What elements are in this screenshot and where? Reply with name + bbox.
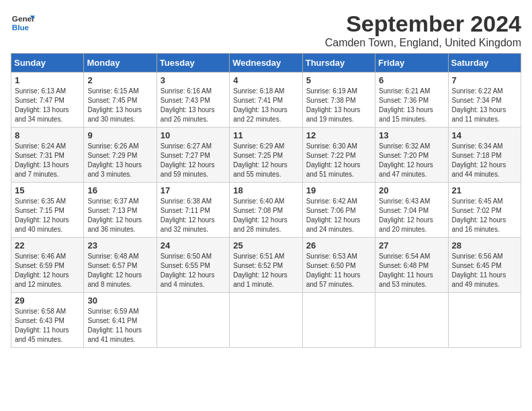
calendar-cell: 15Sunrise: 6:35 AM Sunset: 7:15 PM Dayli… xyxy=(11,183,84,238)
day-info: Sunrise: 6:35 AM Sunset: 7:15 PM Dayligh… xyxy=(15,197,80,234)
calendar-cell: 29Sunrise: 6:58 AM Sunset: 6:43 PM Dayli… xyxy=(11,293,84,348)
calendar-table: SundayMondayTuesdayWednesdayThursdayFrid… xyxy=(11,53,521,348)
calendar-header-cell: Friday xyxy=(375,54,448,73)
day-number: 27 xyxy=(379,240,444,250)
day-number: 6 xyxy=(379,75,444,85)
day-number: 1 xyxy=(15,75,80,85)
logo: General Blue xyxy=(11,11,35,35)
day-info: Sunrise: 6:42 AM Sunset: 7:06 PM Dayligh… xyxy=(306,197,371,234)
calendar-cell: 19Sunrise: 6:42 AM Sunset: 7:06 PM Dayli… xyxy=(302,183,375,238)
day-number: 25 xyxy=(233,240,298,250)
day-info: Sunrise: 6:48 AM Sunset: 6:57 PM Dayligh… xyxy=(87,252,152,289)
calendar-week-row: 1Sunrise: 6:13 AM Sunset: 7:47 PM Daylig… xyxy=(11,73,521,128)
calendar-header-row: SundayMondayTuesdayWednesdayThursdayFrid… xyxy=(11,54,521,73)
calendar-week-row: 29Sunrise: 6:58 AM Sunset: 6:43 PM Dayli… xyxy=(11,293,521,348)
calendar-header-cell: Monday xyxy=(84,54,157,73)
day-number: 29 xyxy=(15,295,80,306)
day-info: Sunrise: 6:34 AM Sunset: 7:18 PM Dayligh… xyxy=(452,142,517,179)
day-info: Sunrise: 6:16 AM Sunset: 7:43 PM Dayligh… xyxy=(161,87,226,124)
calendar-cell: 28Sunrise: 6:56 AM Sunset: 6:45 PM Dayli… xyxy=(448,238,521,293)
calendar-header-cell: Tuesday xyxy=(157,54,229,73)
day-number: 26 xyxy=(306,240,371,250)
day-number: 14 xyxy=(452,130,517,140)
day-info: Sunrise: 6:37 AM Sunset: 7:13 PM Dayligh… xyxy=(87,197,152,234)
svg-text:Blue: Blue xyxy=(12,23,30,32)
day-number: 8 xyxy=(15,130,80,140)
calendar-week-row: 22Sunrise: 6:46 AM Sunset: 6:59 PM Dayli… xyxy=(11,238,521,293)
day-number: 11 xyxy=(233,130,298,140)
calendar-cell: 27Sunrise: 6:54 AM Sunset: 6:48 PM Dayli… xyxy=(375,238,448,293)
day-info: Sunrise: 6:54 AM Sunset: 6:48 PM Dayligh… xyxy=(379,252,444,289)
day-number: 30 xyxy=(87,295,152,306)
calendar-cell: 26Sunrise: 6:53 AM Sunset: 6:50 PM Dayli… xyxy=(302,238,375,293)
day-info: Sunrise: 6:19 AM Sunset: 7:38 PM Dayligh… xyxy=(306,87,371,124)
day-info: Sunrise: 6:40 AM Sunset: 7:08 PM Dayligh… xyxy=(233,197,298,234)
calendar-cell: 13Sunrise: 6:32 AM Sunset: 7:20 PM Dayli… xyxy=(375,128,448,183)
day-number: 12 xyxy=(306,130,371,140)
day-number: 18 xyxy=(233,185,298,195)
calendar-cell: 9Sunrise: 6:26 AM Sunset: 7:29 PM Daylig… xyxy=(84,128,157,183)
calendar-cell xyxy=(157,293,229,348)
calendar-cell: 5Sunrise: 6:19 AM Sunset: 7:38 PM Daylig… xyxy=(302,73,375,128)
calendar-cell: 1Sunrise: 6:13 AM Sunset: 7:47 PM Daylig… xyxy=(11,73,84,128)
calendar-cell xyxy=(302,293,375,348)
title-area: September 2024 Camden Town, England, Uni… xyxy=(325,11,521,49)
calendar-cell xyxy=(375,293,448,348)
calendar-header-cell: Saturday xyxy=(448,54,521,73)
day-info: Sunrise: 6:15 AM Sunset: 7:45 PM Dayligh… xyxy=(87,87,152,124)
day-info: Sunrise: 6:30 AM Sunset: 7:22 PM Dayligh… xyxy=(306,142,371,179)
day-info: Sunrise: 6:26 AM Sunset: 7:29 PM Dayligh… xyxy=(87,142,152,179)
day-info: Sunrise: 6:51 AM Sunset: 6:52 PM Dayligh… xyxy=(233,252,298,289)
calendar-cell: 7Sunrise: 6:22 AM Sunset: 7:34 PM Daylig… xyxy=(448,73,521,128)
calendar-cell: 25Sunrise: 6:51 AM Sunset: 6:52 PM Dayli… xyxy=(230,238,302,293)
location-title: Camden Town, England, United Kingdom xyxy=(325,37,521,49)
svg-text:General: General xyxy=(12,14,35,23)
calendar-cell: 24Sunrise: 6:50 AM Sunset: 6:55 PM Dayli… xyxy=(157,238,229,293)
calendar-cell: 2Sunrise: 6:15 AM Sunset: 7:45 PM Daylig… xyxy=(84,73,157,128)
calendar-cell xyxy=(448,293,521,348)
day-info: Sunrise: 6:22 AM Sunset: 7:34 PM Dayligh… xyxy=(452,87,517,124)
day-info: Sunrise: 6:32 AM Sunset: 7:20 PM Dayligh… xyxy=(379,142,444,179)
calendar-body: 1Sunrise: 6:13 AM Sunset: 7:47 PM Daylig… xyxy=(11,73,521,348)
calendar-cell: 17Sunrise: 6:38 AM Sunset: 7:11 PM Dayli… xyxy=(157,183,229,238)
calendar-header-cell: Thursday xyxy=(302,54,375,73)
day-number: 17 xyxy=(161,185,226,195)
calendar-cell: 8Sunrise: 6:24 AM Sunset: 7:31 PM Daylig… xyxy=(11,128,84,183)
day-number: 5 xyxy=(306,75,371,85)
month-title: September 2024 xyxy=(325,11,521,37)
calendar-cell: 16Sunrise: 6:37 AM Sunset: 7:13 PM Dayli… xyxy=(84,183,157,238)
calendar-cell: 23Sunrise: 6:48 AM Sunset: 6:57 PM Dayli… xyxy=(84,238,157,293)
day-number: 23 xyxy=(87,240,152,250)
calendar-cell: 18Sunrise: 6:40 AM Sunset: 7:08 PM Dayli… xyxy=(230,183,302,238)
calendar-cell: 22Sunrise: 6:46 AM Sunset: 6:59 PM Dayli… xyxy=(11,238,84,293)
calendar-cell: 11Sunrise: 6:29 AM Sunset: 7:25 PM Dayli… xyxy=(230,128,302,183)
day-number: 28 xyxy=(452,240,517,250)
day-info: Sunrise: 6:50 AM Sunset: 6:55 PM Dayligh… xyxy=(161,252,226,289)
day-info: Sunrise: 6:38 AM Sunset: 7:11 PM Dayligh… xyxy=(161,197,226,234)
header: General Blue September 2024 Camden Town,… xyxy=(11,11,521,49)
day-number: 9 xyxy=(87,130,152,140)
day-number: 10 xyxy=(161,130,226,140)
calendar-cell: 10Sunrise: 6:27 AM Sunset: 7:27 PM Dayli… xyxy=(157,128,229,183)
day-info: Sunrise: 6:21 AM Sunset: 7:36 PM Dayligh… xyxy=(379,87,444,124)
calendar-cell: 12Sunrise: 6:30 AM Sunset: 7:22 PM Dayli… xyxy=(302,128,375,183)
day-info: Sunrise: 6:29 AM Sunset: 7:25 PM Dayligh… xyxy=(233,142,298,179)
day-number: 7 xyxy=(452,75,517,85)
day-number: 4 xyxy=(233,75,298,85)
day-number: 22 xyxy=(15,240,80,250)
day-info: Sunrise: 6:53 AM Sunset: 6:50 PM Dayligh… xyxy=(306,252,371,289)
day-number: 3 xyxy=(161,75,226,85)
day-info: Sunrise: 6:13 AM Sunset: 7:47 PM Dayligh… xyxy=(15,87,80,124)
day-info: Sunrise: 6:45 AM Sunset: 7:02 PM Dayligh… xyxy=(452,197,517,234)
day-info: Sunrise: 6:27 AM Sunset: 7:27 PM Dayligh… xyxy=(161,142,226,179)
calendar-cell: 30Sunrise: 6:59 AM Sunset: 6:41 PM Dayli… xyxy=(84,293,157,348)
calendar-cell xyxy=(230,293,302,348)
calendar-cell: 3Sunrise: 6:16 AM Sunset: 7:43 PM Daylig… xyxy=(157,73,229,128)
day-number: 19 xyxy=(306,185,371,195)
day-number: 16 xyxy=(87,185,152,195)
calendar-week-row: 15Sunrise: 6:35 AM Sunset: 7:15 PM Dayli… xyxy=(11,183,521,238)
day-info: Sunrise: 6:18 AM Sunset: 7:41 PM Dayligh… xyxy=(233,87,298,124)
calendar-header-cell: Wednesday xyxy=(230,54,302,73)
calendar-cell: 14Sunrise: 6:34 AM Sunset: 7:18 PM Dayli… xyxy=(448,128,521,183)
calendar-header-cell: Sunday xyxy=(11,54,84,73)
